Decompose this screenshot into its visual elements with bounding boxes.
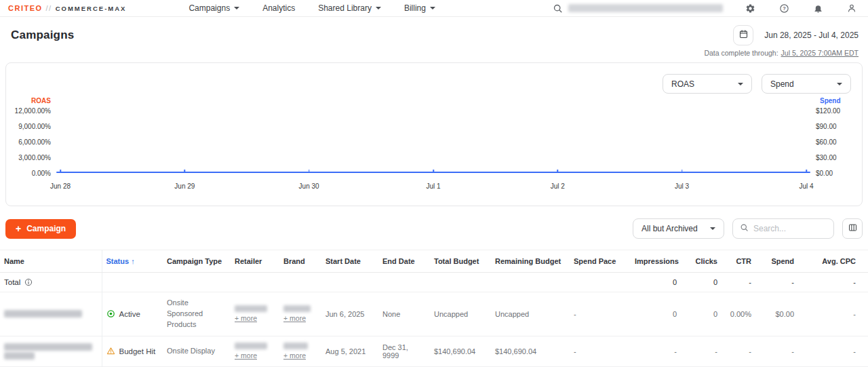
gear-icon: [745, 3, 755, 14]
column-header-campaign-type[interactable]: Campaign Type: [163, 250, 231, 273]
cell-retailer: + more: [231, 336, 279, 366]
x-axis-tick-mark: [184, 170, 186, 173]
cell-remaining-budget: Uncapped: [491, 292, 570, 336]
right-axis-ticks: $120.00$90.00$60.00$30.00$0.00: [810, 111, 862, 173]
total-cell-start-date: [321, 273, 378, 292]
cell-brand: + more: [279, 336, 321, 366]
total-cell-remaining-budget: [491, 273, 570, 292]
column-header-avg-cpc[interactable]: Avg. CPC: [798, 250, 868, 273]
cell-retailer: + more: [231, 292, 279, 336]
column-header-retailer[interactable]: Retailer: [231, 250, 279, 273]
new-campaign-label: Campaign: [26, 224, 66, 233]
brand-redacted: [283, 343, 308, 349]
brand-more-link[interactable]: + more: [283, 314, 306, 322]
metric-select-right-value: Spend: [770, 79, 794, 89]
retailer-redacted: [235, 305, 267, 312]
cell-end-date: None: [378, 292, 430, 336]
retailer-more-link[interactable]: + more: [235, 351, 257, 360]
campaign-name-redacted: [4, 352, 35, 360]
column-header-brand[interactable]: Brand: [279, 250, 321, 273]
notifications-button[interactable]: [811, 1, 825, 15]
cell-avg-cpc: -: [798, 336, 868, 366]
column-header-impressions[interactable]: Impressions: [631, 250, 681, 273]
column-header-spend-pace[interactable]: Spend Pace: [570, 250, 631, 273]
x-axis-tick-mark: [309, 170, 310, 173]
metric-select-right[interactable]: Spend: [762, 74, 851, 94]
cell-ctr: 0.00%: [722, 292, 755, 336]
column-header-spend[interactable]: Spend: [755, 250, 798, 273]
data-complete-note: Data complete through:Jul 5, 2025 7:00AM…: [0, 45, 868, 57]
total-cell-brand: [279, 273, 321, 292]
column-header-status[interactable]: Status↑: [102, 250, 163, 273]
nav-item-analytics[interactable]: Analytics: [262, 3, 295, 13]
column-header-clicks[interactable]: Clicks: [681, 250, 722, 273]
chevron-down-icon: [376, 7, 381, 9]
x-axis-tick-mark: [682, 170, 683, 173]
cell-spend-pace: -: [570, 336, 631, 366]
column-settings-button[interactable]: [842, 218, 863, 239]
x-axis-tick-mark: [557, 170, 559, 173]
total-cell-spend-pace: [570, 273, 631, 292]
left-axis-tick: 12,000.00%: [15, 107, 51, 115]
warning-icon: [106, 347, 115, 355]
campaign-name-link[interactable]: [0, 292, 102, 336]
help-icon: ?: [779, 3, 789, 14]
plus-icon: +: [16, 224, 21, 233]
chevron-down-icon: [710, 227, 715, 230]
total-label-cell: Total: [0, 273, 102, 292]
column-header-start-date[interactable]: Start Date: [321, 250, 378, 273]
logo-separator: //: [46, 4, 52, 12]
right-axis-tick: $120.00: [816, 107, 840, 115]
help-button[interactable]: ?: [777, 1, 791, 15]
column-header-remaining-budget[interactable]: Remaining Budget: [491, 250, 570, 273]
page-header: Campaigns Jun 28, 2025 - Jul 4, 2025: [0, 17, 868, 45]
global-search[interactable]: [553, 3, 723, 14]
cell-status: Budget Hit: [102, 336, 163, 366]
top-nav: CRITEO // COMMERCE-MAX CampaignsAnalytic…: [0, 0, 868, 17]
cell-status: Active: [102, 292, 163, 336]
calendar-icon: [738, 29, 749, 42]
column-header-ctr[interactable]: CTR: [722, 250, 755, 273]
status-filter-select[interactable]: All but Archived: [633, 218, 724, 239]
nav-item-campaigns[interactable]: Campaigns: [189, 3, 239, 13]
campaign-name-redacted: [4, 343, 92, 351]
brand-more-link[interactable]: + more: [283, 351, 306, 360]
nav-item-label: Campaigns: [189, 3, 230, 13]
primary-nav: CampaignsAnalyticsShared LibraryBilling: [189, 3, 435, 13]
total-cell-avg-cpc: -: [798, 273, 868, 292]
x-axis-tick-mark: [60, 170, 61, 173]
x-axis-label: Jul 3: [675, 182, 689, 190]
retailer-redacted: [235, 343, 267, 349]
total-cell-end-date: [378, 273, 430, 292]
cell-spend: -: [755, 336, 798, 366]
table-search[interactable]: [732, 218, 834, 239]
cell-campaign-type: Onsite Display: [163, 336, 231, 366]
retailer-more-link[interactable]: + more: [235, 314, 257, 322]
x-axis-labels: Jun 28Jun 29Jun 30Jul 1Jul 2Jul 3Jul 4: [56, 182, 810, 191]
cell-brand: + more: [279, 292, 321, 336]
x-axis-label: Jul 1: [426, 182, 440, 190]
total-cell-total-budget: [430, 273, 491, 292]
bell-icon: [813, 3, 823, 14]
cell-spend-pace: -: [570, 292, 631, 336]
column-header-end-date[interactable]: End Date: [378, 250, 430, 273]
settings-button[interactable]: [743, 1, 757, 15]
logo-brand: CRITEO: [8, 4, 43, 12]
nav-item-billing[interactable]: Billing: [404, 3, 435, 13]
total-cell-clicks: 0: [681, 273, 722, 292]
columns-icon: [848, 223, 858, 235]
x-axis-label: Jul 4: [799, 182, 813, 190]
column-header-name[interactable]: Name: [0, 250, 102, 273]
metric-select-left[interactable]: ROAS: [663, 74, 752, 94]
x-axis-label: Jun 30: [299, 182, 319, 190]
campaign-table: NameStatus↑Campaign TypeRetailerBrandSta…: [0, 250, 868, 367]
table-search-input[interactable]: [753, 224, 827, 233]
account-button[interactable]: [845, 1, 859, 15]
nav-item-shared-library[interactable]: Shared Library: [318, 3, 381, 13]
data-complete-link[interactable]: Jul 5, 2025 7:00AM EDT: [781, 49, 859, 57]
date-range-button[interactable]: [733, 25, 753, 45]
new-campaign-button[interactable]: + Campaign: [5, 219, 76, 239]
column-header-total-budget[interactable]: Total Budget: [430, 250, 491, 273]
campaign-name-link[interactable]: [0, 336, 102, 366]
logo[interactable]: CRITEO // COMMERCE-MAX: [8, 4, 126, 12]
